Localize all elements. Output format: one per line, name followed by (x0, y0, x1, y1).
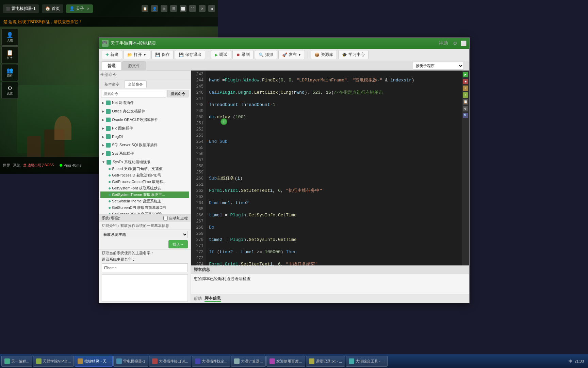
icon-flash1[interactable]: ⚡ (463, 86, 468, 91)
taskbar-label-calc: 大漠计算器... (241, 359, 263, 364)
item-getsystemfont[interactable]: GetSystemFont 获取系统默认... (100, 185, 189, 191)
tab-search-bar: 普通 源文件 按类子程序 (99, 61, 469, 71)
cmd-tab-all[interactable]: 全部命令 (124, 80, 147, 88)
tree-group-oracle: ▶ Oracle ORACLE数据库插件 (99, 116, 191, 124)
tree-group-sql-label: SQLServer SQL数据库插件 (112, 142, 158, 148)
toolbar-icon-fullscreen[interactable]: ⛶ (189, 5, 196, 12)
all-commands-header: 全部命令 (99, 71, 191, 79)
menu-save[interactable]: 💾 保存 (151, 50, 174, 59)
left-btn-char[interactable]: 👤 人物 (1, 29, 18, 46)
taskbar-damo2[interactable]: 大漠插件找定... (192, 356, 230, 367)
tab-close-icon[interactable]: ✕ (87, 7, 89, 11)
window-expand-icon[interactable]: ⬜ (461, 41, 467, 46)
ln-259: 259 (192, 169, 203, 175)
menu-new[interactable]: ✚ 新建 (102, 50, 122, 59)
tray-input-icon[interactable]: 中 (569, 359, 572, 364)
log-tab-info[interactable]: 脚本信息 (205, 295, 221, 302)
toolbar-icon-2[interactable]: 👤 (151, 5, 158, 12)
sql-icon (106, 143, 111, 148)
settings-icon[interactable]: ⚙ (453, 41, 457, 46)
menu-resources[interactable]: 📦 资源库 (311, 50, 337, 59)
icon-stop[interactable]: ■ (463, 79, 468, 84)
tree-group-regdll-label: RegDll (112, 135, 123, 139)
taskbar-emulator[interactable]: 雷电模拟器-1 (113, 356, 148, 367)
toolbar-icon-1[interactable]: 📋 (142, 5, 148, 12)
taskbar-anjian[interactable]: 按键精灵 - 天... (75, 356, 113, 367)
item-getprocesscreatetime[interactable]: GetProcessCreateTime 取进程... (100, 179, 189, 185)
code-content[interactable]: hwnd =Plugin.Window.FindEx(0, 0, "LDPlay… (206, 71, 462, 265)
taskbar-tianyi[interactable]: 天一编程... (1, 356, 32, 367)
menu-record[interactable]: ⏺ 录制 (232, 50, 254, 59)
game-tab-home[interactable]: 🏠 首页 (42, 4, 63, 13)
tree-group-net-header[interactable]: ▶ Net 网络插件 (100, 99, 189, 106)
game-topbar: ⬛ 雷电模拟器-1 🏠 首页 👤 天子 ✕ 📋 👤 ✉ ☰ ⬜ ⛶ ✕ ◀ (0, 0, 218, 17)
taskbar-notes[interactable]: 课堂记录.txt - ... (306, 356, 345, 367)
taskbar-baidu[interactable]: 欢迎使用百度... (266, 356, 305, 367)
taskbar-damo1[interactable]: 大漠插件接口说... (149, 356, 191, 367)
log-tab-help[interactable]: 帮助 (194, 296, 202, 302)
taskbar-damotools[interactable]: 大漠综合工具 - ... (346, 356, 388, 367)
cmd-search-input[interactable] (101, 90, 166, 97)
tab-source[interactable]: 源文件 (122, 61, 146, 70)
toolbar-icon-menu[interactable]: ☰ (170, 5, 177, 12)
menu-grab[interactable]: 🔍 抓抓 (255, 50, 277, 59)
tree-group-sys-header[interactable]: ▶ Sys 系统插件 (100, 150, 189, 157)
item-setsystemtheme[interactable]: SetSystemTheme 设置系统主... (100, 198, 189, 204)
item-getprocessid[interactable]: GetProcessID 获取进程PID号 (100, 172, 189, 179)
tab-home-label: 首页 (52, 6, 60, 12)
icon-gear[interactable]: ⚙ (463, 106, 468, 111)
auto-checkbox[interactable] (163, 216, 168, 220)
menu-debug[interactable]: ▶ 调试 (211, 50, 231, 59)
world-map-btn[interactable]: 世界 (3, 163, 10, 168)
taskbar-vip[interactable]: 天野学院VIP全... (33, 356, 74, 367)
tree-group-oracle-header[interactable]: ▶ Oracle ORACLE数据库插件 (100, 116, 189, 123)
cmd-info-panel: 系统(增强): 自动加主程 功能介绍：获取操作系统的一些基本信息 获取系统主题 … (99, 214, 191, 303)
taskbar-calc[interactable]: 大漠计算器... (231, 356, 266, 367)
cmd-tab-basic[interactable]: 基本命令 (101, 81, 123, 88)
game-tab-tianzi[interactable]: 👤 天子 ✕ (66, 4, 93, 13)
left-btn-team[interactable]: 👥 组件 (1, 64, 18, 81)
item-getscreendpi[interactable]: GetScreenDPI 获取当前幕幕DPI (100, 204, 189, 211)
func-select[interactable]: 获取系统主题 (102, 231, 188, 238)
ln-257: 257 (192, 157, 203, 163)
ln-254: 254 (192, 139, 203, 145)
code-line-251: Sub 主线任务(i) (209, 175, 459, 182)
menu-new-label: 新建 (110, 52, 118, 58)
left-btn-task[interactable]: 📋 任务 (1, 46, 18, 63)
toolbar-icon-side[interactable]: ◀ (208, 5, 215, 12)
menu-save-exit[interactable]: 💾 保存退出 (175, 50, 205, 59)
game-tab-emulator[interactable]: ⬛ 雷电模拟器-1 (3, 4, 39, 13)
tree-group-sysex-header[interactable]: ▼ SysEx 系统功能增强版 (100, 158, 189, 166)
insert-button[interactable]: 插入→ (168, 240, 188, 248)
left-btn-settings[interactable]: ⚙ 设置 (1, 82, 18, 99)
tree-group-pic-header[interactable]: ▶ Pic 图象插件 (100, 125, 189, 132)
icon-run[interactable]: ▶ (463, 72, 468, 77)
item-speed[interactable]: Speed 支速(窗口句柄、支速值 (100, 166, 189, 172)
icon-clipboard[interactable]: 📋 (463, 99, 468, 105)
toolbar-icon-restore[interactable]: ⬜ (180, 5, 186, 12)
toolbar-icon-close[interactable]: ✕ (199, 5, 206, 12)
icon-magnify[interactable]: 🔍 (463, 113, 468, 118)
item-setscreendpi[interactable]: SetScreenDPI 改变屏幕DPI设... (100, 211, 189, 214)
menu-publish[interactable]: 🚀 发布 ▼ (278, 50, 305, 59)
cmd-search-button[interactable]: 搜索命令 (167, 90, 189, 97)
tree-group-office-header[interactable]: ▶ Office 办公文档插件 (100, 108, 189, 115)
toolbar-icon-mail[interactable]: ✉ (161, 5, 167, 12)
tree-group-sql-header[interactable]: ▶ SQLServer SQL数据库插件 (100, 141, 189, 149)
taskbar-label-tianyi: 天一编程... (11, 359, 29, 364)
type-select[interactable]: 按类子程序 (413, 62, 464, 70)
tab-normal[interactable]: 普通 (102, 61, 121, 70)
menu-learn[interactable]: 🎓 学习中心 (338, 50, 369, 59)
auto-checkbox-label[interactable]: 自动加主程 (163, 216, 188, 221)
icon-flash2[interactable]: ⚡ (463, 92, 468, 98)
tab-emulator-label: 雷电模拟器-1 (12, 6, 36, 12)
menu-publish-label: 发布 (289, 52, 297, 58)
menu-open[interactable]: 📂 打开 ▼ (124, 50, 150, 59)
script-help-icon[interactable]: 神助 (439, 40, 448, 46)
ln-273: 273 (192, 255, 203, 261)
system-btn[interactable]: 系统 (13, 163, 20, 168)
return-label: 返回系统主题名字： (99, 256, 191, 263)
line-numbers: 243 244 245 246 247 248 249 250 251 252 … (191, 71, 206, 265)
item-getsystemtheme[interactable]: GetSystemTheme 获取系统主... (100, 191, 189, 198)
tree-group-regdll-header[interactable]: ▶ RegDll (100, 133, 189, 140)
